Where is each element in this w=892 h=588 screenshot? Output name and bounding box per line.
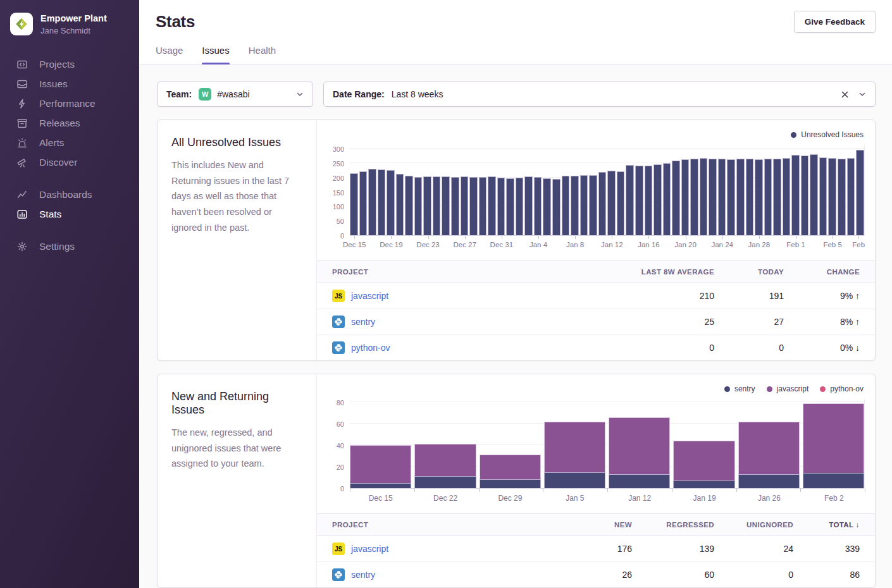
bar xyxy=(718,159,726,235)
axis-tick xyxy=(865,489,865,492)
axis-tick xyxy=(686,236,686,239)
bar xyxy=(562,176,570,235)
axis-tick xyxy=(796,236,796,239)
tab-usage[interactable]: Usage xyxy=(156,45,183,64)
project-link[interactable]: javascript xyxy=(351,544,388,554)
bar xyxy=(368,169,376,235)
legend-item: python-ov xyxy=(820,384,864,393)
bar xyxy=(598,172,607,235)
new-returning-chart-area: sentryjavascriptpython-ov 020406080 Dec … xyxy=(317,374,875,506)
column-header-unignored: Unignored xyxy=(729,514,808,536)
axis-tick xyxy=(543,489,543,492)
project-link[interactable]: javascript xyxy=(351,291,388,301)
axis-tick xyxy=(800,489,801,492)
bar xyxy=(461,176,469,235)
sidebar-item-issues[interactable]: Issues xyxy=(0,74,139,94)
date-range-select[interactable]: Date Range: Last 8 weeks xyxy=(323,82,876,107)
python-project-icon xyxy=(332,568,345,581)
bar xyxy=(405,176,413,235)
column-header-total[interactable]: Total ↓ xyxy=(808,514,875,536)
sidebar-item-projects[interactable]: Projects xyxy=(0,54,139,74)
value-cell: 25 xyxy=(616,309,729,335)
unresolved-issues-table: ProjectLast 8w AverageTodayChangeJSjavas… xyxy=(317,260,875,360)
python-ov-legend-dot xyxy=(820,386,826,392)
axis-tick xyxy=(465,236,466,239)
axis-tick xyxy=(538,236,539,239)
new-returning-issues-chart[interactable] xyxy=(350,399,865,489)
sidebar-nav: ProjectsIssuesPerformanceReleasesAlertsD… xyxy=(0,54,139,256)
javascript-segment xyxy=(738,422,800,474)
chevron-down-icon xyxy=(858,90,866,98)
org-switcher[interactable]: Empower Plant Jane Schmidt xyxy=(0,0,139,44)
stacked-bar xyxy=(803,403,864,488)
unresolved-issues-chart[interactable] xyxy=(350,145,865,236)
org-logo xyxy=(10,13,33,35)
value-cell: 86 xyxy=(808,562,875,588)
x-axis-label: Jan 20 xyxy=(674,241,697,248)
bar xyxy=(534,177,542,235)
sidebar-item-label: Stats xyxy=(39,209,61,220)
bar xyxy=(727,159,735,235)
tab-health[interactable]: Health xyxy=(249,45,276,64)
sidebar-item-discover[interactable]: Discover xyxy=(0,152,139,172)
sidebar-item-label: Settings xyxy=(39,241,75,252)
legend-label: sentry xyxy=(734,384,755,393)
bar xyxy=(791,155,800,235)
card-title: New and Returning Issues xyxy=(171,390,302,417)
value-cell: 24 xyxy=(729,536,808,562)
stacked-bar-series xyxy=(350,399,864,488)
project: python-ov xyxy=(332,341,600,354)
bar xyxy=(764,159,772,235)
bar xyxy=(580,175,588,235)
sidebar-item-label: Releases xyxy=(39,118,80,129)
project-link[interactable]: sentry xyxy=(351,317,375,327)
legend-label: Unresolved Issues xyxy=(801,130,864,139)
table-header: ProjectLast 8w AverageTodayChange xyxy=(317,261,875,283)
chart-legend: sentryjavascriptpython-ov xyxy=(327,382,865,399)
bar xyxy=(847,158,855,235)
bar xyxy=(433,176,441,235)
sidebar-item-dashboards[interactable]: Dashboards xyxy=(0,185,139,204)
bar xyxy=(516,178,524,235)
value-cell: 210 xyxy=(616,283,729,309)
sidebar-item-label: Discover xyxy=(39,157,77,168)
project-link[interactable]: python-ov xyxy=(351,343,390,353)
project-link[interactable]: sentry xyxy=(351,570,375,580)
project: JSjavascript xyxy=(332,542,569,555)
axis-tick xyxy=(759,236,760,239)
bar xyxy=(736,159,745,235)
unresolved-issues-card: All Unresolved Issues This includes New … xyxy=(157,119,876,361)
tab-issues[interactable]: Issues xyxy=(202,45,229,64)
sidebar-item-performance[interactable]: Performance xyxy=(0,94,139,113)
x-axis-label: Jan 28 xyxy=(748,241,771,248)
sentry-segment xyxy=(673,481,734,488)
sidebar-item-label: Issues xyxy=(39,78,68,90)
table-row: JSjavascript17613924339 xyxy=(317,536,875,562)
sidebar-item-alerts[interactable]: Alerts xyxy=(0,133,139,152)
column-header-new: New xyxy=(584,514,647,536)
x-axis-label: Feb 2 xyxy=(803,494,865,503)
bar xyxy=(838,159,846,235)
give-feedback-button[interactable]: Give Feedback xyxy=(794,11,876,33)
sidebar-item-stats[interactable]: Stats xyxy=(0,204,139,224)
projects-icon xyxy=(16,59,28,70)
bar xyxy=(497,178,505,235)
sidebar-item-releases[interactable]: Releases xyxy=(0,113,139,133)
team-select[interactable]: Team: W #wasabi xyxy=(157,82,313,107)
bar xyxy=(700,158,708,235)
sentry-segment xyxy=(414,476,476,488)
bar xyxy=(378,169,386,235)
x-axis-label: Jan 12 xyxy=(609,494,671,503)
value-cell: 0 xyxy=(729,562,808,588)
date-range-label: Date Range: xyxy=(333,89,385,99)
sentry-segment xyxy=(803,473,864,488)
sidebar-item-settings[interactable]: Settings xyxy=(0,236,139,256)
axis-tick xyxy=(833,236,833,239)
stacked-bar xyxy=(609,417,670,488)
dashboards-icon xyxy=(16,189,28,200)
bar xyxy=(543,178,551,235)
clear-icon[interactable] xyxy=(841,90,849,99)
card-title: All Unresolved Issues xyxy=(171,136,302,149)
table-row: python-ov000% ↓ xyxy=(317,335,875,361)
card-summary: All Unresolved Issues This includes New … xyxy=(158,120,317,360)
